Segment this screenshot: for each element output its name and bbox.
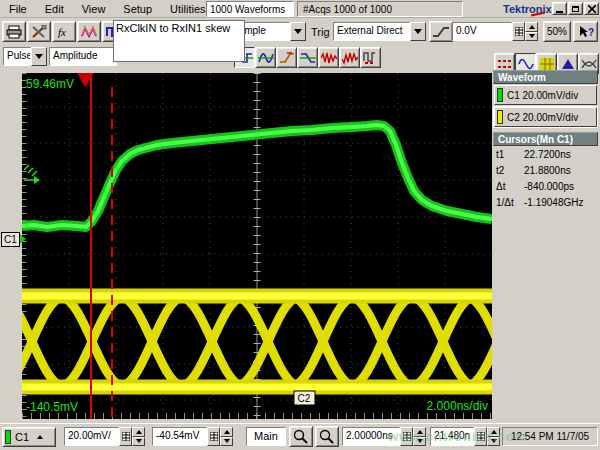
svg-text:?: ? (588, 27, 594, 38)
trigger-level-control[interactable]: 0.0V (452, 22, 538, 41)
c1-scale-label: C1 20.00mV/div (507, 90, 578, 101)
chevron-down-icon[interactable] (290, 22, 306, 41)
triangle-icon (560, 57, 576, 71)
delay-value[interactable]: 21.480n (430, 427, 474, 446)
meas-rise-time-button[interactable] (276, 47, 297, 68)
keypad-icon[interactable] (512, 22, 525, 41)
keypad-icon[interactable] (474, 427, 487, 446)
trigger-slope-button[interactable] (429, 21, 453, 42)
amplitude-icon (258, 51, 274, 65)
context-help-button[interactable]: ? (573, 21, 598, 42)
zoom-1-button[interactable] (289, 426, 313, 447)
magnifier-icon (319, 429, 335, 444)
fall-time-icon (300, 51, 316, 65)
menu-file[interactable]: File (0, 2, 36, 16)
channel-c2-button[interactable]: C2 20.00mV/div (494, 107, 597, 127)
set-50pct-button[interactable]: 50% (543, 21, 571, 42)
print-button[interactable] (2, 21, 26, 42)
c2-trace-label[interactable]: C2 (298, 393, 311, 404)
readout-t2-value: 21.8800ns (524, 165, 571, 176)
oscilloscope-window: File Edit View Setup Utilities Help 1000… (0, 0, 600, 450)
c2-color-swatch (497, 110, 503, 124)
c2-scale-label: C2 20.00mV/div (507, 112, 578, 123)
vertical-scale-value[interactable]: 20.00mV/ (64, 427, 119, 446)
timebase-control[interactable]: 2.00000ns (342, 427, 426, 446)
tools-button[interactable] (27, 21, 51, 42)
keypad-icon[interactable] (119, 427, 132, 446)
meas-histogram-button[interactable] (360, 47, 381, 68)
measurement-combo[interactable]: Amplitude (49, 47, 117, 66)
readout-t2: t2 21.8800ns (496, 165, 598, 176)
sine-icon (518, 57, 534, 71)
minimize-button[interactable] (552, 2, 567, 15)
readout-t1: t1 22.7200ns (496, 149, 598, 160)
trigger-source-combo[interactable]: External Direct (333, 22, 426, 41)
scope-display[interactable]: 59.46mV -140.5mV 2.000ns/div C2 (22, 73, 492, 419)
waveform-icon (81, 25, 97, 39)
print-icon (6, 25, 22, 39)
dashed-cursors-icon (497, 57, 513, 71)
jitter-icon (342, 51, 358, 65)
trigger-level-spinner[interactable] (525, 22, 538, 41)
meas-jitter-button[interactable] (339, 47, 360, 68)
rise-time-icon (279, 51, 295, 65)
timebase-spinner[interactable] (413, 427, 426, 446)
channel-color-swatch (5, 430, 11, 444)
c1-color-swatch (497, 88, 503, 102)
magnifier-icon (293, 429, 309, 444)
measure-category-combo[interactable]: Pulse (3, 47, 47, 66)
restore-button[interactable] (568, 2, 583, 15)
c1-marker-arrow-icon (20, 234, 26, 244)
channel-select-button[interactable]: C1 (2, 427, 56, 447)
acqs-status: #Acqs 1000 of 1000 (297, 1, 463, 17)
delay-spinner[interactable] (487, 427, 500, 446)
trig-label: Trig (311, 26, 330, 38)
trigger-source-value: External Direct (333, 22, 410, 41)
meas-amplitude-button[interactable] (255, 47, 276, 68)
grid-icon (539, 57, 555, 71)
chevron-up-icon (37, 435, 43, 439)
menu-view[interactable]: View (73, 2, 115, 16)
formula-button[interactable]: fx (52, 21, 76, 42)
chevron-down-icon[interactable] (410, 22, 426, 41)
channel-select-label: C1 (15, 431, 29, 443)
trigger-level-value[interactable]: 0.0V (452, 22, 512, 41)
rising-edge-icon (432, 25, 450, 39)
chevron-down-icon[interactable] (31, 47, 47, 66)
meas-fall-time-button[interactable] (297, 47, 318, 68)
waveform-analysis-button[interactable] (77, 21, 101, 42)
horizontal-mode-field[interactable]: Main (246, 427, 286, 446)
keypad-icon[interactable] (400, 427, 413, 446)
vertical-position-value[interactable]: -40.54mV (152, 427, 207, 446)
close-button[interactable] (584, 2, 599, 15)
measure-category-value: Pulse (3, 47, 31, 66)
formula-icon: fx (56, 25, 72, 39)
readout-t1-value: 22.7200ns (524, 149, 571, 160)
close-icon (588, 5, 596, 13)
help-cursor-icon: ? (578, 25, 594, 39)
bottom-voltage-readout: -140.5mV (26, 400, 78, 414)
graticule: 59.46mV -140.5mV 2.000ns/div C2 (22, 73, 492, 419)
readout-dt-value: -840.000ps (524, 181, 574, 192)
menu-setup[interactable]: Setup (114, 2, 161, 16)
vertical-scale-spinner[interactable] (132, 427, 145, 446)
delay-control[interactable]: 21.480n (430, 427, 500, 446)
channel-c1-button[interactable]: C1 20.00mV/div (494, 85, 597, 105)
timebase-value[interactable]: 2.00000ns (342, 427, 400, 446)
c1-trace-marker[interactable]: C1 (1, 232, 20, 247)
eye-pattern-icon (581, 57, 597, 71)
tooltip-skew-label: RxClkIN to RxIN1 skew (113, 20, 245, 62)
readout-inv-dt-value: -1.19048GHz (524, 197, 583, 208)
svg-text:fx: fx (58, 26, 66, 38)
meas-noise-button[interactable] (318, 47, 339, 68)
readout-dt: Δt -840.000ps (496, 181, 598, 192)
vertical-position-control[interactable]: -40.54mV (152, 427, 233, 446)
menu-edit[interactable]: Edit (36, 2, 73, 16)
measurement-value: Amplitude (49, 47, 117, 66)
zoom-2-button[interactable] (315, 426, 339, 447)
timebase-readout: 2.000ns/div (427, 399, 488, 413)
vertical-scale-control[interactable]: 20.00mV/ (64, 427, 145, 446)
keypad-icon[interactable] (207, 427, 220, 446)
histogram-icon (363, 51, 379, 65)
vertical-position-spinner[interactable] (220, 427, 233, 446)
